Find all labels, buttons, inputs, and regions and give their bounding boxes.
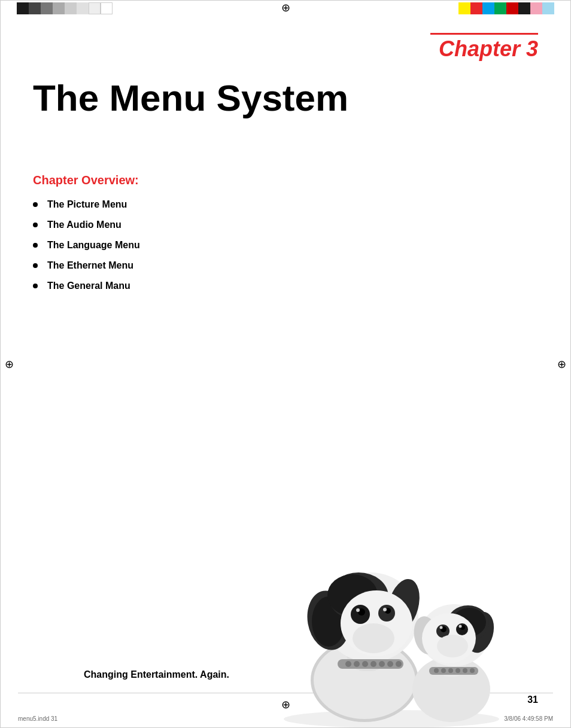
- bullet-dot: [33, 223, 38, 227]
- chapter-header: Chapter 3: [430, 33, 538, 62]
- very-light-gray-swatch: [77, 2, 89, 14]
- svg-point-41: [440, 626, 443, 629]
- yellow-swatch: [458, 2, 470, 14]
- right-color-swatches: [458, 2, 554, 14]
- dark-gray-swatch: [29, 2, 41, 14]
- list-item-label: The Ethernet Menu: [47, 260, 133, 271]
- bullet-dot: [33, 202, 38, 207]
- svg-point-48: [434, 668, 439, 673]
- overview-title: Chapter Overview:: [33, 173, 538, 187]
- main-title-section: The Menu System: [33, 78, 538, 118]
- tagline-text: Changing Entertainment. Again.: [84, 669, 229, 680]
- gray-swatch: [41, 2, 53, 14]
- chapter-line: [430, 33, 538, 35]
- svg-point-25: [370, 661, 376, 667]
- svg-point-50: [448, 668, 453, 673]
- green-swatch: [494, 2, 506, 14]
- bullet-list: The Picture Menu The Audio Menu The Lang…: [33, 199, 538, 291]
- red-swatch: [506, 2, 518, 14]
- svg-point-23: [354, 661, 360, 667]
- list-item: The General Manu: [33, 281, 538, 291]
- svg-point-42: [459, 625, 462, 628]
- svg-point-53: [470, 668, 475, 673]
- magenta-swatch: [470, 2, 482, 14]
- list-item-label: The Picture Menu: [47, 199, 127, 210]
- chapter-title: Chapter 3: [430, 36, 538, 62]
- svg-point-24: [362, 661, 368, 667]
- list-item: The Language Menu: [33, 240, 538, 251]
- dogs-illustration: [260, 507, 511, 728]
- page-title: The Menu System: [33, 78, 538, 118]
- svg-point-27: [387, 661, 393, 667]
- bullet-dot: [33, 263, 38, 268]
- bullet-dot: [33, 284, 38, 288]
- svg-point-20: [353, 623, 394, 653]
- reg-mark-right: ⊕: [557, 358, 566, 371]
- reg-mark-left: ⊕: [5, 358, 14, 371]
- list-item: The Picture Menu: [33, 199, 538, 210]
- svg-point-26: [379, 661, 385, 667]
- list-item: The Audio Menu: [33, 220, 538, 230]
- list-item-label: The Language Menu: [47, 240, 140, 251]
- black-swatch: [17, 2, 29, 14]
- page-number: 31: [527, 695, 538, 705]
- lighter-gray-swatch: [65, 2, 77, 14]
- svg-point-28: [396, 661, 402, 667]
- left-color-swatches: [17, 2, 113, 14]
- footer-file-info: menu5.indd 31: [18, 715, 57, 722]
- near-white-swatch: [89, 2, 101, 14]
- white-swatch: [101, 2, 113, 14]
- svg-point-52: [463, 668, 467, 673]
- svg-point-46: [437, 635, 468, 657]
- bullet-dot: [33, 243, 38, 248]
- list-item-label: The General Manu: [47, 281, 130, 291]
- light-pink-swatch: [530, 2, 542, 14]
- cyan-swatch: [482, 2, 494, 14]
- black2-swatch: [518, 2, 530, 14]
- list-item: The Ethernet Menu: [33, 260, 538, 271]
- footer-date-info: 3/8/06 4:49:58 PM: [504, 715, 553, 722]
- svg-point-22: [345, 661, 351, 667]
- svg-point-15: [356, 608, 360, 612]
- light-gray-swatch: [53, 2, 65, 14]
- svg-point-49: [441, 668, 446, 673]
- light-blue-swatch: [542, 2, 554, 14]
- svg-point-51: [455, 668, 460, 673]
- reg-mark-top: ⊕: [281, 1, 290, 14]
- dogs-svg: [260, 507, 511, 728]
- svg-point-16: [383, 608, 387, 611]
- list-item-label: The Audio Menu: [47, 220, 122, 230]
- content-area: Chapter Overview: The Picture Menu The A…: [33, 173, 538, 301]
